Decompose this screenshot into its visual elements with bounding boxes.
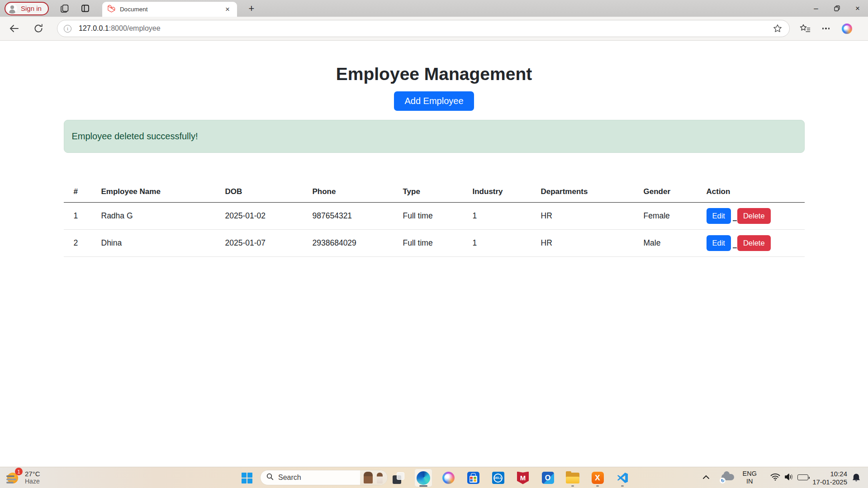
tab-close-icon[interactable]: × [223, 5, 232, 14]
screen: Sign in Document × + – [0, 0, 868, 488]
employee-table: # Employee Name DOB Phone Type Industry … [64, 185, 805, 257]
link-underscore [733, 220, 737, 222]
table-row: 2 Dhina 2025-01-07 2938684029 Full time … [64, 230, 805, 257]
favorites-icon[interactable] [800, 23, 811, 34]
clock[interactable]: 10:24 17-01-2025 [812, 470, 847, 486]
col-header-action: Action [703, 185, 805, 203]
system-tray: ↻ ENGIN 10:24 17-01-2025 [0, 467, 868, 488]
delete-button[interactable]: Delete [737, 235, 771, 251]
cell-gender: Male [640, 230, 703, 257]
col-header-departments: Departments [537, 185, 640, 203]
volume-icon[interactable] [784, 473, 794, 483]
cell-dob: 2025-01-02 [222, 203, 309, 230]
cell-industry: 1 [469, 230, 537, 257]
onedrive-sync-icon[interactable]: ↻ [721, 473, 734, 482]
new-tab-button[interactable]: + [245, 2, 258, 15]
add-favorite-star-icon[interactable] [772, 23, 783, 34]
address-bar[interactable]: i 127.0.0.1:8000/employee [57, 20, 790, 37]
language-indicator[interactable]: ENGIN [743, 470, 757, 485]
window-controls: – × [806, 0, 868, 17]
close-window-button[interactable]: × [847, 0, 868, 17]
tray-chevron-icon[interactable] [702, 474, 710, 482]
copilot-icon[interactable] [841, 23, 852, 34]
signin-label: Sign in [21, 5, 42, 12]
browser-tab-document[interactable]: Document × [102, 2, 237, 17]
cell-name: Dhina [98, 230, 222, 257]
cell-type: Full time [399, 230, 469, 257]
site-info-icon[interactable]: i [64, 25, 71, 33]
cell-type: Full time [399, 203, 469, 230]
link-underscore [733, 247, 737, 249]
browser-tab-strip: Sign in Document × + – [0, 0, 868, 17]
edit-button[interactable]: Edit [707, 235, 731, 251]
col-header-num: # [64, 185, 98, 203]
cell-industry: 1 [469, 203, 537, 230]
laravel-favicon-icon [108, 5, 115, 14]
tab-title: Document [120, 6, 223, 13]
notification-bell-icon[interactable] [852, 473, 861, 484]
wifi-icon[interactable] [770, 473, 780, 483]
cell-departments: HR [537, 230, 640, 257]
cell-departments: HR [537, 203, 640, 230]
tray-time: 10:24 [812, 470, 847, 478]
table-row: 1 Radha G 2025-01-02 987654321 Full time… [64, 203, 805, 230]
url-host: 127.0.0.1 [79, 24, 109, 32]
col-header-type: Type [399, 185, 469, 203]
restore-button[interactable] [826, 0, 847, 17]
battery-icon[interactable] [797, 474, 808, 480]
browser-toolbar: i 127.0.0.1:8000/employee [0, 17, 868, 41]
cell-action: EditDelete [703, 203, 805, 230]
success-alert: Employee deleted successfully! [64, 120, 805, 153]
url-text[interactable]: 127.0.0.1:8000/employee [79, 24, 762, 33]
cell-action: EditDelete [703, 230, 805, 257]
minimize-button[interactable]: – [806, 0, 826, 17]
vertical-tabs-icon[interactable] [81, 4, 90, 14]
workspaces-icon[interactable] [60, 4, 70, 14]
cell-num: 2 [64, 230, 98, 257]
back-button[interactable] [7, 22, 21, 35]
cell-name: Radha G [98, 203, 222, 230]
col-header-name: Employee Name [98, 185, 222, 203]
cell-dob: 2025-01-07 [222, 230, 309, 257]
add-employee-button[interactable]: Add Employee [394, 91, 474, 111]
cell-gender: Female [640, 203, 703, 230]
col-header-phone: Phone [309, 185, 399, 203]
signin-button[interactable]: Sign in [5, 2, 49, 15]
col-header-industry: Industry [469, 185, 537, 203]
col-header-gender: Gender [640, 185, 703, 203]
web-page: Employee Management Add Employee Employe… [0, 41, 868, 467]
cell-num: 1 [64, 203, 98, 230]
delete-button[interactable]: Delete [737, 208, 771, 224]
settings-ellipsis-icon[interactable] [821, 23, 831, 34]
page-title: Employee Management [0, 41, 868, 84]
col-header-dob: DOB [222, 185, 309, 203]
cell-phone: 987654321 [309, 203, 399, 230]
edit-button[interactable]: Edit [707, 208, 731, 224]
tray-date: 17-01-2025 [812, 478, 847, 486]
refresh-button[interactable] [32, 22, 45, 35]
profile-avatar-icon [7, 4, 17, 14]
url-path: :8000/employee [109, 24, 161, 32]
taskbar: 1 27°C Haze Search [0, 467, 868, 488]
cell-phone: 2938684029 [309, 230, 399, 257]
table-header-row: # Employee Name DOB Phone Type Industry … [64, 185, 805, 203]
